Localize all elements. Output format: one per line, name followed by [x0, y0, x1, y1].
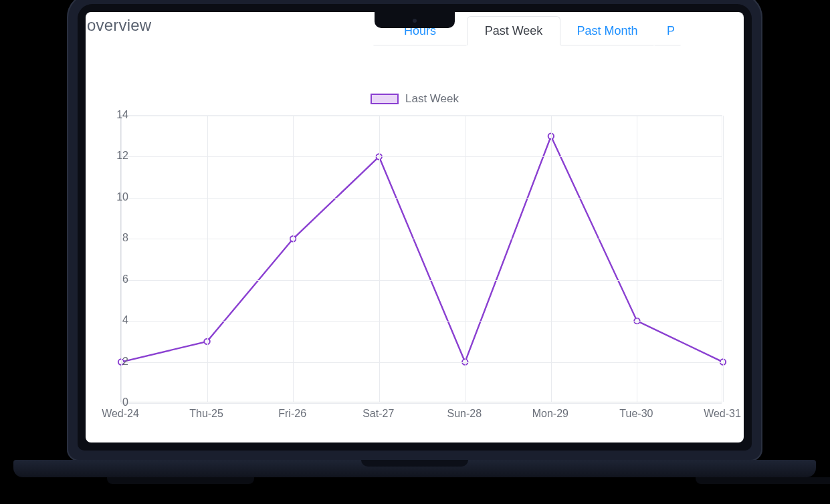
- gridline-horizontal: [121, 156, 722, 157]
- chart-svg: [121, 116, 722, 402]
- x-axis-tick-label: Tue-30: [619, 408, 653, 420]
- laptop-camera-notch: [375, 12, 455, 28]
- gridline-horizontal: [121, 362, 722, 363]
- gridline-horizontal: [121, 321, 722, 322]
- x-axis-tick-label: Fri-26: [278, 408, 306, 420]
- gridline-horizontal: [121, 239, 722, 239]
- overview-chart: Last Week 02468101214Wed-24Thu-25Fri-26S…: [92, 92, 737, 433]
- laptop-screen-bezel: overview Hours Past Week Past Month P La…: [78, 4, 752, 451]
- chart-legend: Last Week: [371, 92, 459, 106]
- y-axis-tick-label: 8: [108, 232, 128, 244]
- app-screen: overview Hours Past Week Past Month P La…: [86, 12, 744, 443]
- gridline-horizontal: [121, 198, 722, 199]
- laptop-foot-right: [696, 477, 830, 484]
- tab-past-year-clipped[interactable]: P: [654, 16, 681, 45]
- legend-swatch-last-week: [371, 94, 399, 104]
- legend-label-last-week: Last Week: [405, 92, 459, 106]
- y-axis-tick-label: 4: [108, 314, 128, 326]
- y-axis-tick-label: 6: [108, 273, 128, 285]
- gridline-horizontal: [121, 280, 722, 281]
- y-axis-tick-label: 2: [108, 356, 128, 368]
- laptop-frame: overview Hours Past Week Past Month P La…: [54, 0, 776, 468]
- laptop-foot-left: [107, 477, 254, 484]
- gridline-vertical: [723, 116, 724, 402]
- gridline-horizontal: [121, 116, 722, 116]
- x-axis-tick-label: Wed-24: [102, 408, 139, 420]
- y-axis-tick-label: 10: [108, 191, 128, 203]
- gridline-horizontal: [121, 403, 722, 404]
- x-axis-tick-label: Sun-28: [447, 408, 482, 420]
- tab-past-week[interactable]: Past Week: [467, 16, 560, 45]
- x-axis-tick-label: Wed-31: [704, 408, 741, 420]
- gridline-vertical: [551, 116, 552, 402]
- gridline-vertical: [379, 116, 380, 402]
- series-line-last-week: [121, 136, 723, 362]
- x-axis-tick-label: Thu-25: [189, 408, 223, 420]
- x-axis-tick-label: Sat-27: [362, 408, 394, 420]
- y-axis-tick-label: 0: [108, 396, 128, 408]
- gridline-vertical: [293, 116, 294, 402]
- gridline-vertical: [637, 116, 637, 402]
- gridline-vertical: [207, 116, 208, 402]
- y-axis-tick-label: 12: [108, 150, 128, 162]
- gridline-vertical: [465, 116, 465, 402]
- x-axis-tick-label: Mon-29: [532, 408, 568, 420]
- page-title: overview: [87, 16, 151, 35]
- y-axis-tick-label: 14: [108, 109, 128, 121]
- tab-past-month[interactable]: Past Month: [560, 16, 654, 45]
- chart-plot-area: [120, 115, 722, 402]
- laptop-trackpad-notch: [361, 460, 468, 467]
